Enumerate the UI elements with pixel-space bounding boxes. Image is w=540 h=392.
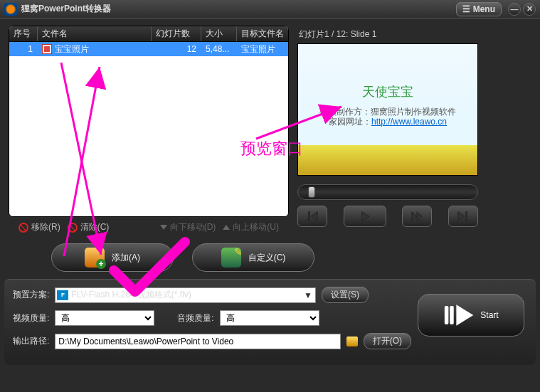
play-button[interactable] [344, 206, 386, 227]
svg-rect-0 [445, 306, 449, 324]
flv-icon: F [57, 290, 68, 300]
customize-icon [221, 248, 241, 267]
col-name[interactable]: 文件名 [38, 26, 152, 41]
remove-button[interactable]: ＼移除(R) [18, 221, 60, 233]
file-list[interactable]: 序号 文件名 幻灯片数 大小 目标文件名 1 宝宝照片 12 5,48... 宝… [9, 26, 289, 217]
movedown-button[interactable]: 向下移动(D) [160, 221, 216, 233]
col-target[interactable]: 目标文件名 [237, 26, 288, 41]
seek-knob[interactable] [308, 186, 315, 198]
seek-bar[interactable] [297, 184, 478, 200]
app-logo-icon [4, 3, 17, 16]
start-button[interactable]: Start [418, 294, 524, 337]
next-button[interactable] [448, 206, 478, 227]
close-button[interactable]: ✕ [523, 3, 536, 16]
table-row[interactable]: 1 宝宝照片 12 5,48... 宝宝照片 [9, 42, 288, 56]
arrow-up-icon [223, 225, 230, 230]
slide-title: 天使宝宝 [298, 83, 477, 100]
output-path-label: 输出路径: [13, 335, 49, 347]
clear-button[interactable]: ＼清除(C) [68, 221, 110, 233]
svg-rect-1 [450, 306, 455, 324]
video-quality-label: 视频质量: [13, 312, 49, 324]
arrow-down-icon [160, 225, 167, 230]
slide-subtitle: 视频制作方：狸窝照片制作视频软件 家园网址：http://www.leawo.c… [298, 107, 477, 127]
profile-combo[interactable]: F FLV-Flash H.264 视频格式(*.flv) ▼ [55, 287, 316, 303]
chevron-down-icon[interactable]: ▼ [302, 290, 314, 300]
minimize-button[interactable]: — [508, 3, 521, 16]
moveup-button[interactable]: 向上移动(U) [223, 221, 279, 233]
fwd-button[interactable] [402, 206, 432, 227]
audio-quality-select[interactable]: 高 [220, 310, 319, 326]
open-button[interactable]: 打开(O) [364, 333, 411, 349]
clear-icon: ＼ [68, 223, 78, 233]
add-button[interactable]: 添加(A) [51, 243, 174, 272]
profile-label: 预置方案: [13, 289, 49, 301]
add-icon [85, 248, 105, 267]
ppt-icon [42, 44, 52, 54]
video-quality-select[interactable]: 高 [55, 310, 154, 326]
customize-button[interactable]: 自定义(C) [192, 243, 314, 272]
audio-quality-label: 音频质量: [177, 312, 213, 324]
col-seq[interactable]: 序号 [9, 26, 38, 41]
app-title: 狸窝PowerPoint转换器 [21, 3, 111, 15]
prev-button[interactable] [297, 206, 327, 227]
annotation-preview-label: 预览窗口 [240, 139, 303, 158]
col-size[interactable]: 大小 [201, 26, 237, 41]
output-path-input[interactable] [55, 334, 340, 349]
slide-counter: 幻灯片1 / 12: Slide 1 [297, 26, 478, 43]
settings-button[interactable]: 设置(S) [322, 287, 369, 303]
browse-folder-icon[interactable] [346, 337, 358, 346]
remove-icon: ＼ [18, 223, 28, 233]
menu-button[interactable]: ☰ Menu [456, 2, 502, 16]
col-slides[interactable]: 幻灯片数 [152, 26, 201, 41]
preview-slide: 天使宝宝 视频制作方：狸窝照片制作视频软件 家园网址：http://www.le… [297, 43, 478, 176]
